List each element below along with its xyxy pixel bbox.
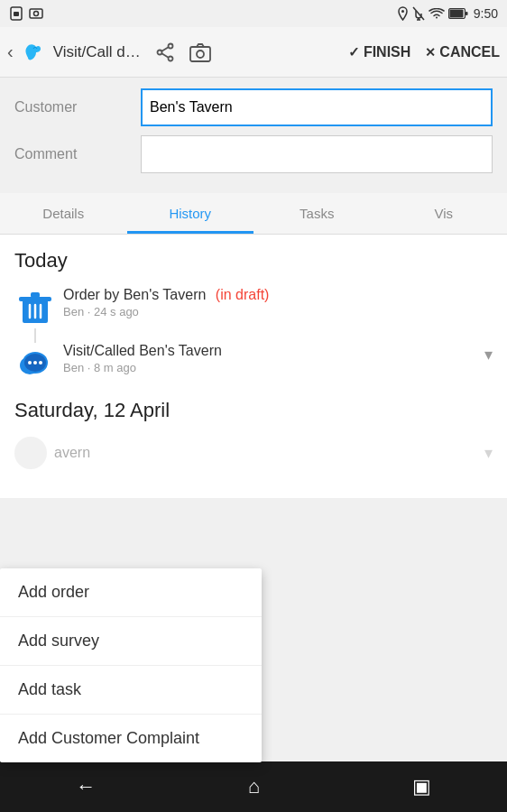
check-icon: ✓ (348, 44, 360, 60)
form-area: Customer Comment (0, 78, 507, 193)
x-icon: ✕ (425, 45, 436, 60)
svg-point-28 (33, 361, 37, 364)
cancel-button[interactable]: ✕ CANCEL (425, 44, 500, 60)
today-label: Today (14, 249, 493, 272)
trash-icon (14, 287, 56, 328)
item-title: Order by Ben's Tavern (in draft) (63, 287, 493, 303)
svg-point-27 (28, 361, 32, 364)
item-subtitle: Ben · 8 m ago (63, 361, 484, 374)
item-content: Order by Ben's Tavern (in draft) Ben · 2… (56, 287, 493, 318)
chat-icon (14, 343, 56, 384)
timeline-line (34, 328, 36, 343)
customer-label: Customer (14, 99, 141, 115)
dropdown-menu: Add order Add survey Add task Add Custom… (0, 568, 262, 762)
action-bar-right: ✓ FINISH ✕ CANCEL (348, 44, 500, 60)
saturday-label: Saturday, 12 April (14, 399, 493, 422)
action-bar: ‹ Visit/Call d… ✓ FINISH ✕ CANCEL (0, 27, 507, 78)
wifi-icon (429, 8, 445, 20)
svg-point-11 (168, 43, 172, 48)
add-survey-item[interactable]: Add survey (0, 617, 262, 666)
svg-rect-16 (190, 47, 210, 61)
svg-point-3 (34, 12, 39, 16)
svg-rect-20 (31, 292, 40, 298)
svg-rect-9 (449, 10, 463, 18)
share-icon[interactable] (155, 42, 175, 62)
photo-icon (29, 6, 43, 21)
customer-input[interactable] (141, 88, 493, 126)
action-bar-left: ‹ Visit/Call d… (7, 40, 348, 65)
battery-icon (448, 8, 468, 19)
history-content: Today Order by Ben's Tavern (in draft) B… (0, 235, 507, 498)
finish-label: FINISH (364, 44, 410, 60)
svg-point-13 (168, 56, 172, 60)
item-title: Visit/Called Ben's Tavern (63, 343, 484, 359)
status-icons-left (9, 6, 43, 21)
svg-line-14 (161, 47, 168, 51)
comment-row: Comment (14, 135, 493, 173)
svg-rect-1 (14, 12, 19, 16)
status-bar: 9:50 (0, 0, 507, 27)
add-complaint-item[interactable]: Add Customer Complaint (0, 715, 262, 762)
sat-icon (14, 437, 47, 469)
item-content: Visit/Called Ben's Tavern Ben · 8 m ago (56, 343, 484, 374)
tab-details[interactable]: Details (0, 193, 127, 234)
draft-label: (in draft) (216, 287, 270, 302)
finish-button[interactable]: ✓ FINISH (348, 44, 410, 60)
sat-expand-arrow-icon[interactable]: ▾ (484, 443, 493, 463)
camera-icon[interactable] (189, 42, 211, 62)
comment-label: Comment (14, 146, 141, 162)
tab-history[interactable]: History (127, 193, 254, 234)
list-item[interactable]: Order by Ben's Tavern (in draft) Ben · 2… (14, 287, 493, 328)
svg-rect-2 (30, 9, 42, 18)
customer-row: Customer (14, 88, 493, 126)
svg-point-12 (157, 50, 161, 54)
list-item[interactable]: Visit/Called Ben's Tavern Ben · 8 m ago … (14, 343, 493, 384)
svg-line-15 (161, 53, 168, 58)
list-item[interactable]: avern ▾ (14, 437, 493, 469)
page-title: Visit/Call d… (53, 43, 141, 61)
cancel-label: CANCEL (439, 44, 500, 60)
add-order-item[interactable]: Add order (0, 568, 262, 617)
svg-point-29 (39, 361, 42, 364)
item-subtitle: Ben · 24 s ago (63, 305, 493, 318)
tab-tasks[interactable]: Tasks (254, 193, 381, 234)
svg-point-4 (401, 10, 404, 13)
back-button[interactable]: ‹ (7, 42, 14, 62)
svg-point-17 (197, 51, 204, 58)
add-task-item[interactable]: Add task (0, 666, 262, 715)
app-icon (21, 40, 46, 65)
recent-nav-button[interactable]: ▣ (405, 768, 438, 806)
home-nav-button[interactable]: ⌂ (241, 768, 267, 806)
time-display: 9:50 (474, 6, 498, 21)
bottom-nav: ← ⌂ ▣ (0, 761, 507, 812)
location-icon (397, 6, 409, 21)
sat-item-title: avern (54, 445, 90, 461)
comment-input[interactable] (141, 135, 493, 173)
svg-rect-10 (466, 12, 468, 15)
expand-arrow-icon[interactable]: ▾ (484, 343, 493, 364)
status-icons-right: 9:50 (397, 6, 498, 21)
sim-icon (9, 6, 23, 21)
mute-icon (412, 6, 425, 21)
tab-vis[interactable]: Vis (381, 193, 508, 234)
back-nav-button[interactable]: ← (69, 768, 103, 806)
tabs-bar: Details History Tasks Vis (0, 193, 507, 235)
